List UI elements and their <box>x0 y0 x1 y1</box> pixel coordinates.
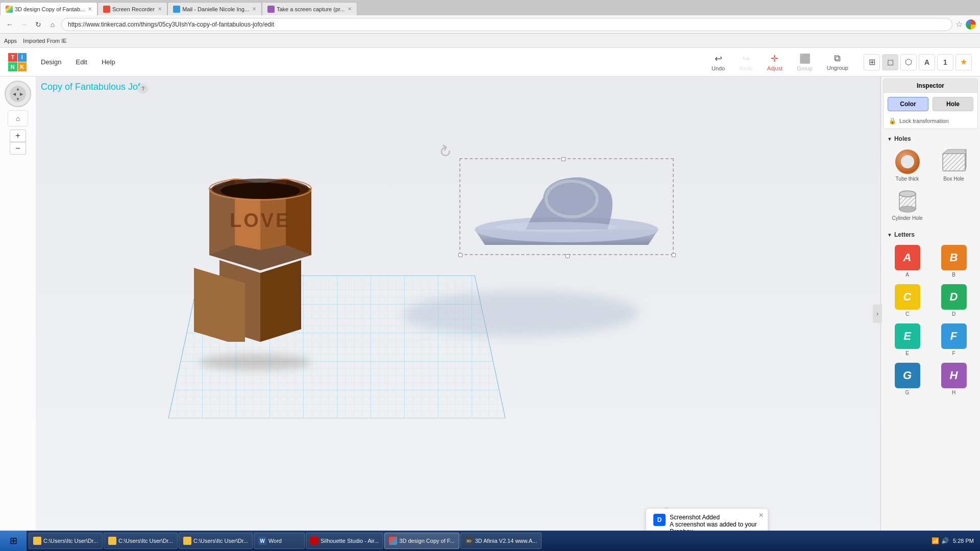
letters-section-header[interactable]: ▼ Letters <box>883 229 978 240</box>
adjust-button[interactable]: ✛ Adjust <box>762 50 788 74</box>
taskbar-item-silhouette[interactable]: Silhouette Studio - Air... <box>306 533 383 549</box>
box-hole-item[interactable]: Box Hole <box>932 146 976 184</box>
letter-G-icon: G <box>894 362 921 389</box>
3d-icon: 3D <box>465 537 473 545</box>
taskbar-item-tinkercad[interactable]: 3D design Copy of F... <box>384 533 459 549</box>
cylinder-hole-item[interactable]: Cylinder Hole <box>885 186 929 223</box>
menu-design[interactable]: Design <box>35 55 67 69</box>
back-button[interactable]: ← <box>4 19 15 30</box>
main-area: ▲ ◀ ▶ ▼ ⌂ + − Copy of Fan <box>0 77 980 551</box>
holes-section-header[interactable]: ▼ Holes <box>883 133 978 144</box>
letter-B-label: B <box>952 272 955 278</box>
tab-tinkercad[interactable]: 3D design Copy of Fantab... ✕ <box>0 2 97 15</box>
mesh-view-btn[interactable]: ⬡ <box>900 54 917 70</box>
recorder-favicon <box>103 6 110 13</box>
iron-object[interactable] <box>464 153 669 255</box>
tab-bar: 3D design Copy of Fantab... ✕ Screen Rec… <box>0 0 980 15</box>
tab-recorder-close[interactable]: ✕ <box>158 6 162 12</box>
undo-button[interactable]: ↩ Undo <box>706 50 730 74</box>
panel-expand-arrow[interactable]: › <box>873 305 882 323</box>
group-label: Group <box>797 65 813 71</box>
shapes-panel: ▼ Holes <box>881 131 980 406</box>
number-btn[interactable]: 1 <box>937 54 953 70</box>
bookmark-imported[interactable]: Imported From IE <box>23 38 67 44</box>
forward-button[interactable]: → <box>18 19 30 30</box>
tab-screenshot[interactable]: Take a screen capture (pr... ✕ <box>262 2 357 15</box>
home-button[interactable]: ⌂ <box>47 19 58 30</box>
redo-button[interactable]: ↪ Redo <box>734 50 757 74</box>
tab-recorder[interactable]: Screen Recorder ✕ <box>97 2 167 15</box>
tab-screenshot-close[interactable]: ✕ <box>348 6 352 12</box>
menu-help[interactable]: Help <box>95 55 121 69</box>
logo-cell-bl: N <box>8 62 17 71</box>
taskbar-item-word[interactable]: W Word <box>254 533 305 549</box>
color-button[interactable]: Color <box>888 97 928 111</box>
dropbox-icon: D <box>653 514 666 526</box>
tube-thick-label: Tube thick <box>896 176 919 182</box>
letter-F-item[interactable]: F F <box>932 321 976 358</box>
holes-label: Holes <box>894 135 911 142</box>
view-controls: ⊞ ◻ ⬡ A 1 ★ <box>864 54 972 70</box>
letter-H-item[interactable]: H H <box>932 360 976 397</box>
lock-label: Lock transformation <box>899 118 949 124</box>
group-button[interactable]: ⬛ Group <box>792 50 818 74</box>
adjust-label: Adjust <box>767 65 783 71</box>
letter-A-icon: A <box>894 244 921 271</box>
notification-close-btn[interactable]: ✕ <box>758 512 764 519</box>
tab-tinkercad-close[interactable]: ✕ <box>88 6 92 12</box>
letter-B-item[interactable]: B B <box>932 242 976 280</box>
taskbar-silhouette-label: Silhouette Studio - Air... <box>321 538 379 544</box>
svg-point-22 <box>495 222 618 232</box>
home-view-btn[interactable]: ⌂ <box>8 110 28 127</box>
love-cup[interactable]: LOVE <box>179 179 342 343</box>
browser-window: 3D design Copy of Fantab... ✕ Screen Rec… <box>0 0 980 48</box>
grid-view-btn[interactable]: ⊞ <box>864 54 880 70</box>
letter-A-item[interactable]: A A <box>885 242 929 280</box>
tab-mail-close[interactable]: ✕ <box>252 6 256 12</box>
tab-mail[interactable]: Mail - Danielle Nicole Ing... ✕ <box>167 2 262 15</box>
letter-E-item[interactable]: E E <box>885 321 929 358</box>
inspector-buttons: Color Hole <box>884 93 977 115</box>
letter-C-item[interactable]: C C <box>885 282 929 319</box>
letter-G-item[interactable]: G G <box>885 360 929 397</box>
text-btn[interactable]: A <box>919 54 935 70</box>
taskbar-right: 📶 🔊 5:28 PM <box>925 537 980 544</box>
letter-F-label: F <box>952 350 955 356</box>
star-rating[interactable]: ★ <box>955 54 972 70</box>
rotation-arrow: ↻ <box>435 141 455 163</box>
letter-D-item[interactable]: D D <box>932 282 976 319</box>
cube-view-btn[interactable]: ◻ <box>882 54 898 70</box>
reload-button[interactable]: ↻ <box>33 19 44 30</box>
tube-thick-item[interactable]: Tube thick <box>885 146 929 184</box>
taskbar-item-3d[interactable]: 3D 3D Afinia V2.14 www.A... <box>460 533 542 549</box>
bookmark-apps[interactable]: Apps <box>4 38 17 44</box>
canvas-area[interactable]: Copy of Fantabulous Jofo ? ↻ <box>36 77 880 551</box>
compass[interactable]: ▲ ◀ ▶ ▼ <box>5 81 31 107</box>
start-button[interactable]: ⊞ <box>0 531 27 551</box>
letter-H-label: H <box>952 390 955 395</box>
taskbar-item-folder2[interactable]: C:\Users\Itc User\Dr... <box>104 533 178 549</box>
lock-row: 🔒 Lock transformation <box>884 115 977 129</box>
zoom-out-btn[interactable]: − <box>10 142 26 155</box>
notification-title: Screenshot Added <box>670 514 761 521</box>
inspector-header: Inspector <box>884 79 977 93</box>
windows-icon: ⊞ <box>10 535 17 546</box>
folder3-icon <box>183 537 191 545</box>
zoom-in-btn[interactable]: + <box>10 130 26 142</box>
help-button[interactable]: ? <box>138 84 148 94</box>
app-container: T I N K Design Edit Help ↩ Undo ↪ Redo ✛ <box>0 48 980 551</box>
address-bar: ← → ↻ ⌂ ☆ <box>0 15 980 34</box>
ungroup-button[interactable]: ⧉ Ungroup <box>822 50 853 74</box>
taskbar-folder3-label: C:\Users\Itc User\Dr... <box>193 538 248 544</box>
svg-marker-27 <box>943 149 966 154</box>
taskbar-item-folder1[interactable]: C:\Users\Itc User\Dr... <box>29 533 103 549</box>
hole-button[interactable]: Hole <box>933 97 973 111</box>
letters-label: Letters <box>894 231 915 238</box>
bookmark-star[interactable]: ☆ <box>955 19 963 29</box>
menu-edit[interactable]: Edit <box>69 55 93 69</box>
adjust-icon: ✛ <box>771 53 778 64</box>
project-title[interactable]: Copy of Fantabulous Jofo <box>41 82 145 92</box>
url-input[interactable] <box>61 18 952 31</box>
taskbar-item-folder3[interactable]: C:\Users\Itc User\Dr... <box>179 533 253 549</box>
tab-screenshot-label: Take a screen capture (pr... <box>277 6 345 12</box>
